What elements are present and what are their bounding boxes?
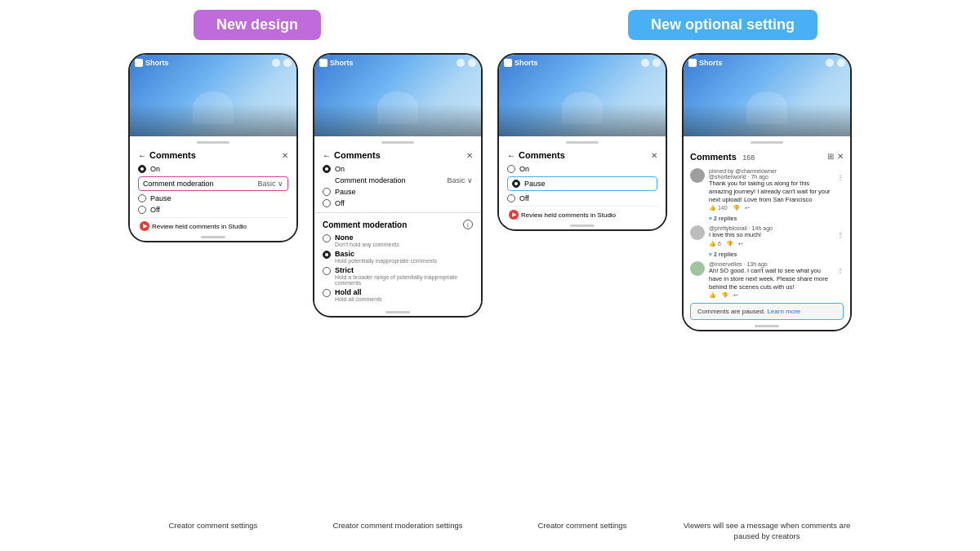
learn-more-link[interactable]: Learn more [767,308,800,315]
close-icon4[interactable]: ✕ [837,152,844,161]
comment1-pin: pinned by @channelowner [709,168,833,174]
caption1: Creator comment settings [128,521,298,541]
close-icon[interactable]: ✕ [282,151,288,160]
back-arrow2[interactable]: ← [323,151,331,160]
phone1-top-icons [272,59,292,67]
comment-moderation-row-highlighted[interactable]: Comment moderation Basic ∨ [138,176,288,191]
radio-off2 [323,199,331,207]
radio-pause3 [512,180,520,188]
icon7 [826,59,834,67]
comment1-handle: @shorterworld · 7h ago [709,174,833,180]
back-arrow[interactable]: ← [138,151,146,160]
phone1-comments-title: ← Comments [138,150,196,160]
modal-holdall[interactable]: Hold all Hold all comments [323,288,473,302]
more-icon1[interactable]: ⋮ [837,174,844,181]
phone3: Shorts ← Comments ✕ On [497,53,667,231]
comment2-handle: @prettyblosrall · 14h ago [709,225,833,231]
phone3-overlay [499,104,666,136]
caption4: Viewers will see a message when comments… [682,521,852,541]
radio-off3 [507,194,515,202]
banner-new-optional: New optional setting [628,10,817,40]
comment1-replies[interactable]: ▾ 2 replies [709,216,844,222]
banner-new-design: New design [194,10,321,40]
phone4-shorts-bar: Shorts [688,59,723,67]
shorts-icon3 [504,59,512,67]
captions-row: Creator comment settings Creator comment… [16,521,964,541]
reply-icon1[interactable]: ↩ [745,205,750,211]
radio-on3 [507,165,515,173]
phone4-title-group: Comments 168 [690,149,755,163]
review-link3[interactable]: ▶ Review held comments in Studio [507,210,657,220]
phone3-option-on[interactable]: On [507,165,657,173]
phone1-shorts-bar: Shorts [135,59,169,67]
phone2-comments-header: ← Comments ✕ [323,150,473,160]
like-icon3[interactable]: 👍 [709,292,716,299]
close-icon3[interactable]: ✕ [651,151,657,160]
comment1-text: Thank you for taking us along for this a… [709,180,833,203]
phone4-header: Comments 168 ⊞ ✕ [690,149,844,163]
phone2-option-off[interactable]: Off [323,199,473,207]
phone3-option-off[interactable]: Off [507,194,657,202]
like-icon1[interactable]: 👍 140 [709,205,728,211]
comment3-body: @innervelles · 13h ago Ah! SO good. I ca… [709,261,833,299]
reply-icon3[interactable]: ↩ [733,292,738,299]
moderation-modal: Comment moderation i None Don't hold any… [314,212,481,311]
reply-icon2[interactable]: ↩ [738,241,743,247]
phone2-comments-title: ← Comments [323,150,381,160]
comment2-replies[interactable]: ▾ 2 replies [709,251,844,258]
phone4-overlay [684,104,850,136]
phone1-option-pause[interactable]: Pause [138,194,288,202]
radio-off [138,206,146,214]
comment3: @innervelles · 13h ago Ah! SO good. I ca… [690,261,844,299]
icon2 [283,59,292,67]
icon1 [272,59,280,67]
phone2-shorts-bar: Shorts [319,59,354,67]
phone2-option-on[interactable]: On [323,165,473,173]
radio-strict [323,267,331,275]
phone2-overlay [314,104,481,136]
dislike-icon3[interactable]: 👎 [721,292,728,299]
comment2-text: I love this so much! [709,231,833,239]
phone3-shorts-bar: Shorts [504,59,538,67]
phone4-header-icons: ⊞ ✕ [827,152,844,161]
phone2-comments-panel: ← Comments ✕ On Comment moderation Basic… [314,144,481,212]
phone2-image: Shorts [314,55,481,136]
modal-title-row: Comment moderation i [323,220,473,229]
comment2: @prettyblosrall · 14h ago I love this so… [690,225,844,247]
modal-strict[interactable]: Strict Hold a broader range of potential… [323,266,473,286]
close-icon2[interactable]: ✕ [466,151,473,160]
sort-icon[interactable]: ⊞ [827,152,834,161]
header-row: New design New optional setting [16,10,964,40]
icon6 [653,59,661,67]
phone1-option-off[interactable]: Off [138,206,288,214]
comment2-actions: 👍 6 👎 ↩ [709,241,833,247]
phone3-comments-title: ← Comments [507,150,565,160]
more-icon3[interactable]: ⋮ [837,267,844,274]
phone2-moderation-row[interactable]: Comment moderation Basic ∨ [323,176,473,184]
phones-row: Shorts ← Comments ✕ On [16,53,964,514]
home-indicator2 [385,311,410,313]
comment1: pinned by @channelowner @shorterworld · … [690,168,844,211]
phone2-option-pause[interactable]: Pause [323,188,473,196]
comment3-actions: 👍 👎 ↩ [709,292,833,299]
info-icon[interactable]: i [463,220,473,229]
like-icon2[interactable]: 👍 6 [709,241,721,247]
home-indicator [201,236,225,238]
home-indicator3 [570,224,595,227]
phone1-option-on[interactable]: On [138,165,288,173]
radio-pause [138,194,146,202]
review-link[interactable]: ▶ Review held comments in Studio [138,221,288,231]
dislike-icon1[interactable]: 👎 [733,205,740,211]
comment1-body: pinned by @channelowner @shorterworld · … [709,168,833,211]
icon3 [457,59,465,67]
phone3-image: Shorts [499,55,666,136]
studio-icon: ▶ [140,221,149,231]
back-arrow3[interactable]: ← [507,151,515,160]
modal-none[interactable]: None Don't hold any comments [323,233,473,247]
modal-basic[interactable]: Basic Hold potentially inappropriate com… [323,250,473,264]
more-icon2[interactable]: ⋮ [837,231,844,238]
pause-highlighted[interactable]: Pause [507,176,657,191]
dislike-icon2[interactable]: 👎 [726,241,733,247]
phone3-comments-header: ← Comments ✕ [507,150,657,160]
phone1-overlay [130,104,296,136]
